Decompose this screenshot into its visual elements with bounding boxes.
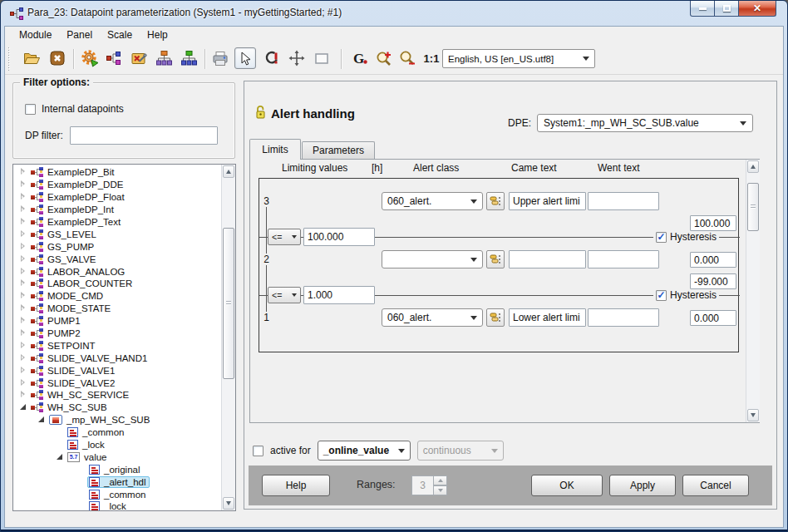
tree-expander-icon[interactable] — [37, 415, 47, 425]
tree-expander-icon[interactable] — [55, 452, 66, 462]
came-text-input-2[interactable] — [509, 250, 586, 268]
ok-button[interactable]: OK — [531, 475, 603, 496]
tree-item[interactable]: _alert_hdl — [13, 475, 221, 488]
alert-class-select-3[interactable]: 060_alert. — [382, 192, 483, 210]
tree-expander-icon[interactable] — [18, 366, 29, 376]
tree-expander-icon[interactable] — [18, 229, 29, 239]
tree-expander-icon[interactable] — [18, 353, 29, 363]
tree-expander-icon[interactable] — [18, 217, 29, 227]
tree-item[interactable]: WH_SC_SERVICE — [13, 389, 221, 401]
zoom-dialog-button[interactable]: G — [349, 47, 371, 69]
hysteresis-upper-input-1[interactable] — [690, 215, 736, 231]
tree-item[interactable]: ExampleDP_Float — [13, 191, 221, 204]
tree-item[interactable]: SETPOINT — [13, 339, 221, 352]
tree-item[interactable]: LABOR_COUNTER — [13, 278, 221, 290]
hysteresis-checkbox-2[interactable] — [656, 290, 667, 301]
tree-item[interactable]: ExampleDP_Bit — [13, 166, 221, 179]
print-button[interactable] — [209, 47, 231, 69]
limit-value-input-1[interactable] — [303, 228, 375, 246]
tree-item[interactable]: SLIDE_VALVE1 — [13, 364, 221, 377]
maximize-button[interactable] — [715, 1, 739, 17]
module-reload-button[interactable] — [261, 47, 283, 69]
active-for-value-select[interactable]: _online_value — [318, 441, 411, 461]
minimize-button[interactable] — [690, 1, 715, 17]
tree-item[interactable]: value — [13, 451, 221, 463]
tree-item[interactable]: GS_PUMP — [13, 240, 221, 253]
scroll-up-icon[interactable] — [223, 165, 234, 178]
tree-expander-icon[interactable] — [18, 402, 29, 412]
tree-expander-icon[interactable] — [18, 303, 29, 313]
titlebar[interactable]: Para_23: Datapoint parameterization (Sys… — [1, 1, 787, 26]
language-select[interactable]: English, US [en_US.utf8] — [442, 49, 595, 68]
tree-expander-icon[interactable] — [18, 242, 29, 252]
hysteresis-checkbox-1[interactable] — [656, 232, 667, 243]
tree-item[interactable]: _common — [13, 488, 221, 500]
zoom-original-button[interactable]: 1:1 — [419, 47, 444, 69]
alert-class-detail-button-1[interactable] — [486, 308, 505, 327]
tree-expander-icon[interactable] — [18, 267, 29, 277]
spinner-down-icon[interactable] — [434, 485, 447, 495]
active-for-mode-select[interactable]: continuous — [417, 441, 504, 461]
dpe-select[interactable]: System1:_mp_WH_SC_SUB.value — [537, 114, 753, 132]
ranges-spinner[interactable] — [411, 475, 447, 495]
tree-item[interactable]: ExampleDP_Int — [13, 204, 221, 216]
limit-value-input-2[interactable] — [303, 286, 375, 304]
went-text-input-2[interactable] — [588, 250, 659, 268]
zoom-in-button[interactable] — [373, 47, 395, 69]
tree-expander-icon[interactable] — [18, 204, 29, 214]
move-mode-button[interactable] — [286, 47, 308, 69]
active-for-checkbox[interactable] — [253, 446, 263, 456]
hysteresis-upper-input-2[interactable] — [690, 273, 736, 289]
alert-class-detail-button-2[interactable] — [486, 250, 505, 268]
datapoint-edit-button[interactable] — [128, 47, 150, 69]
came-text-input-3[interactable] — [509, 192, 586, 210]
tree-item[interactable]: SLIDE_VALVE_HAND1 — [13, 352, 221, 364]
tree-item[interactable]: _lock — [13, 500, 221, 511]
close-button[interactable]: ✕ — [739, 1, 776, 17]
tree-expander-icon[interactable] — [18, 328, 29, 338]
tree-item[interactable]: ExampleDP_DDE — [13, 179, 221, 191]
tree-item[interactable]: _mp_WH_SC_SUB — [13, 414, 221, 426]
tree-item[interactable]: SLIDE_VALVE2 — [13, 377, 221, 389]
type-tree-view-button[interactable] — [178, 47, 199, 69]
hysteresis-lower-input-1[interactable] — [690, 252, 736, 268]
internal-datapoints-checkbox[interactable] — [25, 104, 36, 115]
exit-button[interactable] — [47, 47, 68, 69]
tree-expander-icon[interactable] — [18, 291, 29, 301]
zoom-rect-button[interactable] — [311, 47, 332, 69]
spinner-up-icon[interactable] — [434, 475, 447, 485]
tree-item[interactable]: MODE_CMD — [13, 290, 221, 303]
came-text-input-1[interactable] — [509, 308, 586, 327]
scroll-down-icon[interactable] — [223, 497, 234, 510]
compare-op-select-2[interactable]: <= — [268, 287, 301, 303]
open-panel-button[interactable] — [21, 47, 42, 69]
apply-button[interactable]: Apply — [609, 475, 676, 496]
tree-expander-icon[interactable] — [18, 278, 29, 288]
alert-class-select-1[interactable]: 060_alert. — [382, 308, 483, 327]
cancel-button[interactable]: Cancel — [682, 475, 749, 496]
went-text-input-3[interactable] — [588, 192, 659, 210]
hysteresis-lower-input-2[interactable] — [690, 310, 736, 326]
tree-item[interactable]: _lock — [13, 439, 221, 451]
tree-item[interactable]: MODE_STATE — [13, 303, 221, 315]
tree-expander-icon[interactable] — [18, 378, 29, 388]
tab-parameters[interactable]: Parameters — [302, 141, 375, 160]
went-text-input-1[interactable] — [588, 308, 659, 327]
tree-expander-icon[interactable] — [18, 167, 29, 177]
tree-expander-icon[interactable] — [18, 180, 29, 190]
tree-expander-icon[interactable] — [18, 192, 29, 202]
tree-item[interactable]: _original — [13, 463, 221, 475]
zoom-out-button[interactable] — [396, 47, 418, 69]
tree-item[interactable]: ExampleDP_Text — [13, 216, 221, 229]
tree-item[interactable]: WH_SC_SUB — [13, 401, 221, 414]
tree-scrollbar[interactable] — [221, 165, 235, 510]
limits-scrollbar-thumb[interactable] — [747, 183, 759, 231]
menu-module[interactable]: Module — [12, 27, 59, 42]
tree-item[interactable]: GS_LEVEL — [13, 228, 221, 240]
tree-item[interactable]: LABOR_ANALOG — [13, 265, 221, 278]
menu-scale[interactable]: Scale — [100, 27, 140, 42]
menu-help[interactable]: Help — [140, 27, 175, 42]
scroll-down-icon[interactable] — [747, 409, 759, 421]
help-button[interactable]: Help — [262, 475, 330, 496]
tree-expander-icon[interactable] — [18, 390, 29, 400]
